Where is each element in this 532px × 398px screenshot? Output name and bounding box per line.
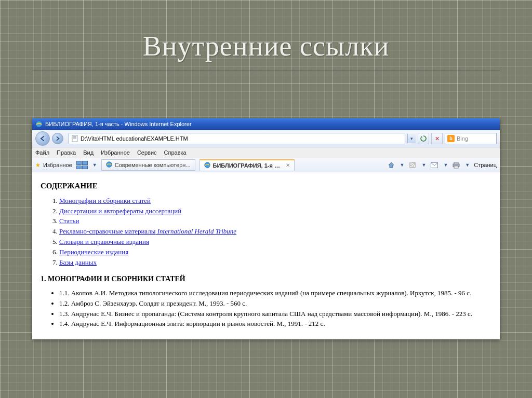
browser-tab-2[interactable]: БИБЛИОГРАФИЯ, 1-я ча... ✕: [200, 159, 295, 171]
menu-tools[interactable]: Сервис: [137, 149, 157, 156]
toc-item: Словари и справочные издания: [59, 237, 491, 247]
command-bar: ▼ ▼ ▼ ▼ Страниц: [387, 161, 497, 169]
page-content: СОДЕРЖАНИЕ Монографии и сборники статей …: [32, 172, 500, 339]
toc-link-6[interactable]: Периодические издания: [59, 248, 128, 256]
favorites-bar: ★ Избранное ▼ Современные компьютерн... …: [32, 158, 500, 172]
ie-logo-icon: [204, 162, 210, 169]
svg-rect-4: [73, 139, 76, 139]
print-icon[interactable]: [452, 161, 460, 169]
ie-logo-icon: [35, 120, 43, 128]
feeds-icon[interactable]: [408, 161, 417, 169]
favorites-button[interactable]: ★ Избранное: [35, 162, 72, 169]
menu-fav[interactable]: Избранное: [101, 149, 130, 156]
toc-link-7[interactable]: Базы данных: [59, 258, 97, 266]
refresh-button[interactable]: [418, 133, 429, 144]
toc-item: Монографии и сборники статей: [59, 196, 491, 206]
section-heading: 1. МОНОГРАФИИ И СБОРНИКИ СТАТЕЙ: [41, 274, 491, 284]
menu-bar: Файл Правка Вид Избранное Сервис Справка: [32, 147, 500, 158]
page-file-icon: [71, 135, 78, 142]
address-bar[interactable]: D:\Vita\HTML educational\EXAMPLE.HTM: [69, 133, 405, 144]
window-title-text: БИБЛИОГРАФИЯ, 1-я часть - Windows Intern…: [45, 121, 192, 127]
toc-item: Периодические издания: [59, 248, 491, 257]
search-box[interactable]: b Bing: [445, 133, 497, 144]
mail-icon[interactable]: [430, 161, 438, 169]
bibliography-entry: 1.4. Андрунас Е.Ч. Информационная элита:…: [59, 319, 491, 329]
slide-title: Внутренние ссылки: [0, 30, 532, 62]
search-placeholder: Bing: [457, 135, 468, 142]
home-icon[interactable]: [387, 161, 395, 169]
svg-rect-2: [73, 136, 76, 137]
page-menu-label[interactable]: Страниц: [474, 162, 497, 168]
star-icon: ★: [35, 162, 41, 168]
tab-close-icon[interactable]: ✕: [286, 162, 290, 168]
toc-link-4[interactable]: Рекламно-справочные материалы Internatio…: [59, 227, 236, 235]
browser-window: БИБЛИОГРАФИЯ, 1-я часть - Windows Intern…: [32, 118, 500, 339]
forward-button[interactable]: [52, 133, 63, 144]
toc-item: Базы данных: [59, 258, 491, 268]
back-button[interactable]: [35, 131, 50, 146]
bibliography-entry: 1.1. Акопов А.И. Методика типологическог…: [59, 289, 491, 298]
tab-label: БИБЛИОГРАФИЯ, 1-я ча...: [213, 162, 283, 169]
quick-tabs-icon[interactable]: [76, 161, 88, 169]
address-text: D:\Vita\HTML educational\EXAMPLE.HTM: [81, 135, 403, 142]
menu-edit[interactable]: Правка: [57, 149, 76, 156]
window-titlebar[interactable]: БИБЛИОГРАФИЯ, 1-я часть - Windows Intern…: [32, 118, 500, 130]
toc-item: Статьи: [59, 216, 491, 226]
bibliography-list: 1.1. Акопов А.И. Методика типологическог…: [41, 289, 491, 329]
svg-rect-3: [73, 138, 76, 138]
navigation-toolbar: D:\Vita\HTML educational\EXAMPLE.HTM ▾ ✕…: [32, 130, 500, 147]
toc-heading: СОДЕРЖАНИЕ: [41, 181, 491, 192]
menu-file[interactable]: Файл: [35, 149, 49, 156]
bibliography-entry: 1.2. Амброз С. Эйзенхауэр. Солдат и през…: [59, 299, 491, 309]
bing-icon: b: [447, 135, 455, 142]
toc-list: Монографии и сборники статей Диссертации…: [41, 196, 491, 268]
bibliography-entry: 1.3. Андрунас Е.Ч. Бизнес и пропаганда: …: [59, 309, 491, 319]
favorites-label: Избранное: [43, 162, 72, 168]
menu-help[interactable]: Справка: [164, 149, 187, 156]
tab-label: Современные компьютерн...: [115, 162, 191, 168]
toc-link-1[interactable]: Монографии и сборники статей: [59, 197, 151, 204]
menu-view[interactable]: Вид: [83, 149, 94, 156]
browser-tab-1[interactable]: Современные компьютерн...: [101, 159, 195, 171]
quick-tabs-dropdown-icon[interactable]: ▼: [92, 162, 97, 168]
svg-point-8: [410, 166, 412, 168]
stop-button[interactable]: ✕: [431, 133, 443, 144]
title-underline: [32, 70, 500, 71]
svg-rect-12: [454, 166, 458, 168]
address-dropdown-button[interactable]: ▾: [407, 134, 416, 143]
ie-logo-icon: [106, 161, 112, 169]
slide-background: Внутренние ссылки БИБЛИОГРАФИЯ, 1-я част…: [0, 0, 532, 398]
toc-link-5[interactable]: Словари и справочные издания: [59, 238, 149, 245]
toc-item: Диссертации и авторефераты диссертаций: [59, 207, 491, 216]
toc-link-3[interactable]: Статьи: [59, 217, 79, 225]
toc-item: Рекламно-справочные материалы Internatio…: [59, 227, 491, 237]
toc-link-2[interactable]: Диссертации и авторефераты диссертаций: [59, 207, 181, 215]
